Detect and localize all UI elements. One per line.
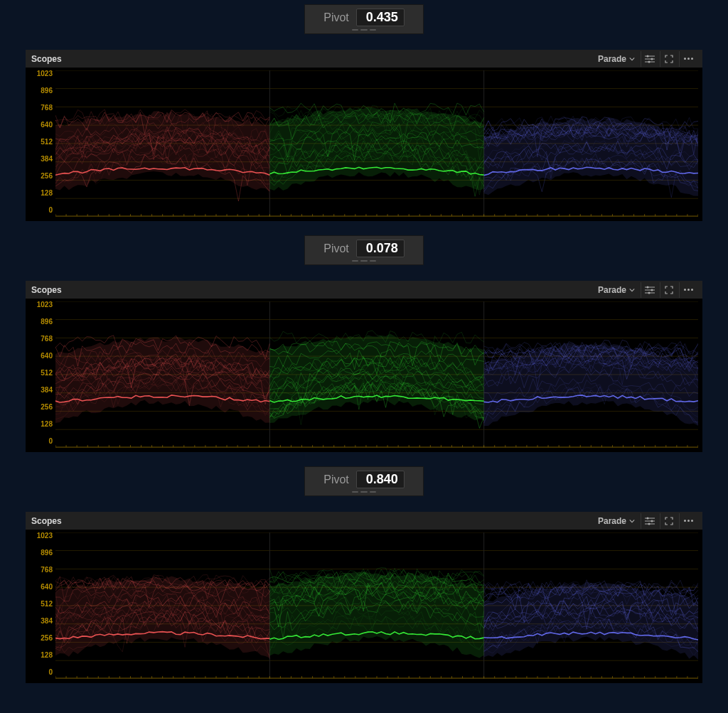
svg-point-154 xyxy=(648,522,651,525)
y-tick-label: 640 xyxy=(27,122,53,129)
more-button[interactable] xyxy=(679,282,697,298)
scopes-panel: ScopesParade10238967686405123842561280 xyxy=(26,512,702,683)
settings-button[interactable] xyxy=(641,513,658,529)
y-tick-label: 768 xyxy=(27,567,53,574)
parade-plot xyxy=(55,301,698,448)
y-tick-label: 1023 xyxy=(27,70,53,77)
pivot-value[interactable]: 0.078 xyxy=(356,240,405,257)
settings-button[interactable] xyxy=(641,51,658,67)
sliders-icon xyxy=(645,55,655,63)
expand-button[interactable] xyxy=(660,513,678,529)
scope-mode-label: Parade xyxy=(598,54,626,64)
y-tick-label: 128 xyxy=(27,190,53,197)
scope-mode-dropdown[interactable]: Parade xyxy=(594,54,639,64)
chevron-down-icon xyxy=(629,518,635,524)
y-tick-label: 768 xyxy=(27,336,53,343)
parade-plot xyxy=(55,532,698,679)
more-button[interactable] xyxy=(679,51,697,67)
y-tick-label: 512 xyxy=(27,139,53,146)
parade-plot xyxy=(55,70,698,217)
svg-point-1 xyxy=(651,58,653,60)
scopes-panel: ScopesParade10238967686405123842561280 xyxy=(26,281,702,452)
pivot-value[interactable]: 0.840 xyxy=(356,471,405,488)
pivot-value[interactable]: 0.435 xyxy=(356,9,405,26)
y-tick-label: 512 xyxy=(27,370,53,377)
y-tick-label: 128 xyxy=(27,421,53,428)
y-tick-label: 768 xyxy=(27,104,53,112)
y-axis: 10238967686405123842561280 xyxy=(27,532,55,679)
y-tick-label: 896 xyxy=(27,318,53,326)
pivot-control[interactable]: Pivot 0.435 xyxy=(304,4,424,34)
y-tick-label: 256 xyxy=(27,173,53,180)
y-tick-label: 640 xyxy=(27,584,53,591)
expand-button[interactable] xyxy=(660,282,678,298)
y-tick-label: 128 xyxy=(27,652,53,659)
y-tick-label: 1023 xyxy=(27,301,53,309)
pivot-handle[interactable] xyxy=(352,491,376,494)
expand-icon xyxy=(665,286,673,294)
scopes-header: ScopesParade xyxy=(26,512,702,530)
scope-mode-label: Parade xyxy=(598,285,626,295)
svg-point-0 xyxy=(647,55,649,57)
svg-point-76 xyxy=(647,286,649,288)
scopes-title: Scopes xyxy=(31,516,62,526)
y-tick-label: 384 xyxy=(27,618,53,625)
y-tick-label: 256 xyxy=(27,404,53,411)
y-tick-label: 640 xyxy=(27,353,53,360)
expand-button[interactable] xyxy=(660,51,678,67)
svg-point-78 xyxy=(648,291,651,294)
svg-point-153 xyxy=(651,520,653,522)
y-tick-label: 256 xyxy=(27,635,53,642)
scopes-header: ScopesParade xyxy=(26,281,702,299)
pivot-label: Pivot xyxy=(323,242,349,255)
y-tick-label: 0 xyxy=(27,438,53,445)
scopes-header: ScopesParade xyxy=(26,50,702,68)
pivot-handle[interactable] xyxy=(352,260,376,263)
y-tick-label: 0 xyxy=(27,669,53,676)
scope-mode-label: Parade xyxy=(598,516,626,526)
settings-button[interactable] xyxy=(641,282,658,298)
y-tick-label: 384 xyxy=(27,387,53,394)
chevron-down-icon xyxy=(629,56,635,62)
y-tick-label: 512 xyxy=(27,601,53,608)
chevron-down-icon xyxy=(629,287,635,293)
pivot-label: Pivot xyxy=(323,473,349,486)
scopes-body: 10238967686405123842561280 xyxy=(26,68,702,221)
svg-point-152 xyxy=(647,517,649,519)
scope-mode-dropdown[interactable]: Parade xyxy=(594,285,639,295)
scopes-title: Scopes xyxy=(31,54,62,64)
y-tick-label: 384 xyxy=(27,156,53,163)
y-tick-label: 1023 xyxy=(27,532,53,540)
sliders-icon xyxy=(645,517,655,525)
sliders-icon xyxy=(645,286,655,294)
pivot-handle[interactable] xyxy=(352,29,376,32)
svg-point-2 xyxy=(648,60,651,63)
svg-point-77 xyxy=(651,289,653,291)
y-axis: 10238967686405123842561280 xyxy=(27,70,55,217)
scopes-body: 10238967686405123842561280 xyxy=(26,530,702,683)
scopes-panel: ScopesParade10238967686405123842561280 xyxy=(26,50,702,221)
y-tick-label: 896 xyxy=(27,87,53,95)
pivot-label: Pivot xyxy=(323,11,349,24)
y-tick-label: 896 xyxy=(27,550,53,557)
scopes-body: 10238967686405123842561280 xyxy=(26,299,702,452)
expand-icon xyxy=(665,517,673,525)
more-button[interactable] xyxy=(679,513,697,529)
pivot-control[interactable]: Pivot 0.078 xyxy=(304,235,424,265)
y-axis: 10238967686405123842561280 xyxy=(27,301,55,448)
expand-icon xyxy=(665,55,673,63)
scopes-title: Scopes xyxy=(31,285,62,295)
scope-mode-dropdown[interactable]: Parade xyxy=(594,516,639,526)
pivot-control[interactable]: Pivot 0.840 xyxy=(304,466,424,496)
y-tick-label: 0 xyxy=(27,207,53,214)
